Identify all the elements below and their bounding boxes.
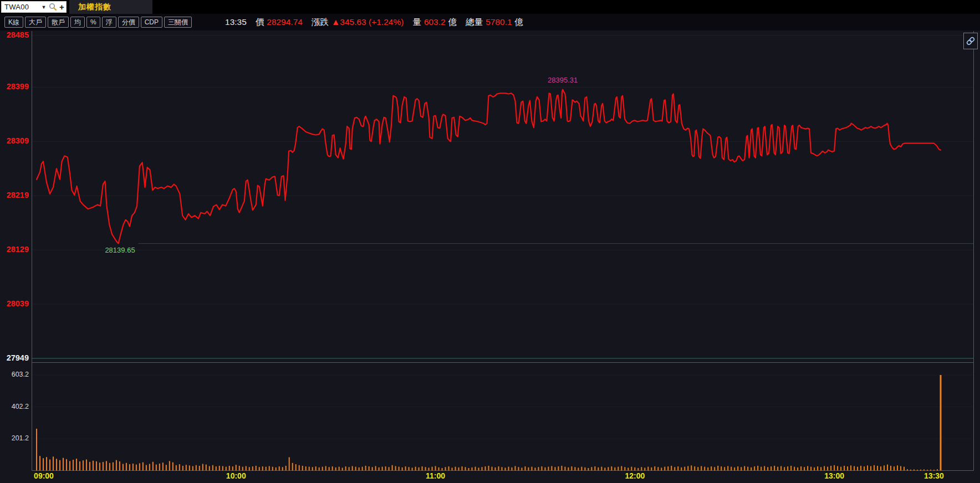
- volume-bar: [106, 461, 107, 470]
- volume-bar: [119, 461, 120, 471]
- volume-bar: [219, 466, 220, 471]
- volume-bar: [113, 463, 114, 471]
- volume-bar: [704, 467, 705, 471]
- volume-bar: [770, 466, 772, 470]
- volume-bar: [727, 466, 728, 470]
- volume-bar: [415, 467, 416, 471]
- volume-bar: [731, 467, 732, 471]
- volume-bar: [804, 467, 805, 470]
- volume-bar: [146, 465, 147, 470]
- volume-bar: [764, 466, 765, 470]
- volume-bar: [159, 464, 160, 471]
- volume-bar: [96, 461, 97, 471]
- volume-bar: [89, 462, 90, 471]
- volume-bar: [701, 466, 702, 470]
- volume-bar: [189, 465, 190, 470]
- volume-bar: [677, 466, 678, 470]
- volume-bar: [737, 466, 738, 470]
- x-axis-time-label: 11:00: [426, 471, 445, 480]
- volume-bar: [206, 465, 207, 471]
- volume-bar: [697, 467, 698, 470]
- volume-bar: [674, 467, 675, 470]
- link-icon[interactable]: [963, 33, 978, 49]
- volume-bar: [634, 467, 635, 471]
- volume-bar: [93, 461, 94, 471]
- volume-bar: [511, 467, 512, 471]
- volume-bar: [933, 470, 935, 470]
- volume-bar: [661, 467, 662, 470]
- volume-bar: [940, 375, 942, 471]
- volume-bar: [142, 463, 144, 471]
- volume-bar: [501, 467, 502, 470]
- volume-bar: [857, 467, 858, 471]
- volume-bar: [930, 470, 931, 471]
- volume-bar: [528, 467, 529, 471]
- volume-bar: [202, 464, 203, 470]
- low-annotation: 28139.65: [105, 246, 135, 254]
- volume-bar: [422, 466, 423, 470]
- volume-bar: [435, 466, 436, 470]
- volume-bar: [468, 468, 469, 471]
- volume-bar: [691, 465, 692, 470]
- volume-bar: [349, 467, 350, 470]
- volume-bar: [129, 464, 130, 470]
- x-axis-time-label: 09:00: [34, 471, 54, 480]
- volume-bar: [837, 466, 838, 470]
- volume-bar: [162, 463, 164, 470]
- volume-bar: [272, 467, 273, 471]
- volume-bar: [844, 466, 845, 471]
- volume-bar: [152, 462, 154, 471]
- volume-bar: [604, 467, 605, 470]
- volume-bar: [236, 465, 237, 470]
- volume-bar: [53, 456, 54, 470]
- volume-bar: [222, 466, 223, 470]
- volume-bar: [887, 465, 888, 471]
- volume-bar: [169, 461, 170, 470]
- volume-bar: [877, 466, 878, 471]
- high-annotation: 28395.31: [548, 76, 578, 84]
- volume-bar: [644, 467, 645, 470]
- volume-bar: [412, 467, 413, 470]
- volume-bar: [780, 466, 782, 470]
- volume-bar: [830, 466, 831, 471]
- volume-bar: [504, 467, 506, 470]
- volume-bar: [365, 466, 366, 471]
- volume-bar: [904, 467, 905, 471]
- volume-bar: [252, 466, 253, 470]
- volume-bar: [246, 466, 247, 470]
- volume-bar: [637, 468, 639, 471]
- volume-bar: [282, 467, 283, 470]
- price-line: [37, 90, 941, 244]
- volume-bar: [136, 465, 137, 471]
- y-axis-price-label: 28129: [7, 245, 29, 254]
- volume-bar: [900, 466, 901, 470]
- volume-bar: [777, 467, 778, 471]
- volume-bar: [462, 466, 463, 470]
- volume-bar: [538, 467, 539, 470]
- volume-bar: [840, 467, 841, 471]
- volume-bar: [46, 457, 47, 470]
- volume-bar: [335, 467, 336, 471]
- volume-bar: [667, 466, 668, 470]
- volume-bar: [913, 469, 915, 470]
- volume-bar: [548, 467, 549, 471]
- volume-bar: [774, 466, 775, 471]
- volume-bar: [269, 466, 270, 470]
- volume-bar: [641, 467, 642, 470]
- volume-bar: [345, 466, 346, 470]
- volume-bar: [99, 463, 100, 470]
- volume-bar: [392, 465, 393, 471]
- volume-bar: [807, 466, 808, 470]
- x-axis-time-label: 13:30: [924, 471, 944, 480]
- volume-bar: [302, 466, 303, 471]
- volume-bar: [76, 459, 77, 470]
- volume-bar: [292, 463, 293, 471]
- volume-bar: [458, 467, 460, 471]
- volume-bar: [475, 467, 476, 471]
- volume-bar: [707, 467, 708, 471]
- volume-bar: [259, 467, 260, 470]
- volume-bar: [166, 465, 167, 470]
- volume-bar: [790, 466, 792, 471]
- volume-bar: [850, 465, 851, 470]
- volume-bar: [827, 467, 828, 471]
